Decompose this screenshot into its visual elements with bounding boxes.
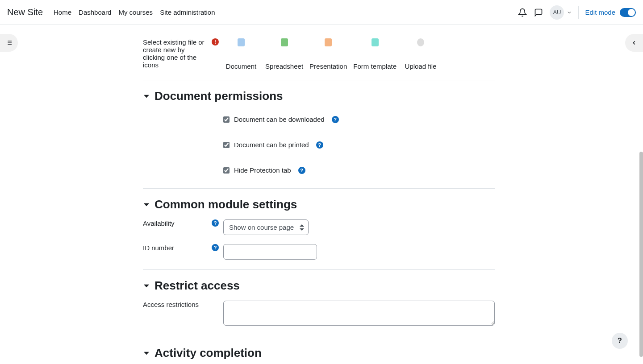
nav-home[interactable]: Home [54, 7, 71, 18]
help-icon[interactable]: ? [316, 141, 323, 149]
protection-label: Hide Protection tab [234, 166, 291, 174]
section-activity-completion[interactable]: Activity completion [143, 343, 495, 364]
divider [578, 6, 579, 19]
availability-row: Availability ? Show on course page [143, 215, 495, 240]
page-header: New Site Home Dashboard My courses Site … [0, 0, 643, 25]
svg-marker-10 [144, 284, 149, 287]
nav-dashboard[interactable]: Dashboard [79, 7, 111, 18]
section-title: Restrict access [154, 279, 240, 293]
file-option-document[interactable]: Document [223, 38, 259, 70]
header-right: AU Edit mode [518, 5, 636, 20]
file-option-label: Form template [353, 62, 397, 70]
document-icon [238, 38, 245, 46]
edit-mode-label: Edit mode [585, 8, 615, 16]
section-title: Document permissions [154, 89, 283, 103]
form-template-icon [372, 38, 379, 46]
file-option-spreadsheet[interactable]: Spreadsheet [265, 38, 303, 70]
chevron-down-icon [143, 282, 150, 290]
availability-select[interactable]: Show on course page [223, 219, 309, 235]
section-title: Common module settings [154, 198, 297, 211]
chevron-down-icon [143, 201, 150, 208]
help-icon[interactable]: ? [332, 116, 339, 123]
chevron-down-icon [143, 350, 150, 357]
edit-mode-control: Edit mode [585, 8, 636, 17]
edit-mode-toggle[interactable] [620, 8, 636, 17]
availability-label: Availability [143, 219, 207, 227]
file-option-label: Document [226, 62, 256, 70]
access-restrictions-textarea[interactable] [223, 301, 495, 326]
download-checkbox[interactable] [223, 116, 230, 123]
file-option-label: Spreadsheet [265, 62, 303, 70]
section-restrict-access[interactable]: Restrict access [143, 275, 495, 296]
divider [143, 337, 495, 337]
id-number-input[interactable] [223, 244, 317, 260]
messages-icon[interactable] [534, 8, 543, 17]
section-document-permissions[interactable]: Document permissions [143, 86, 495, 107]
access-restrictions-row: Access restrictions [143, 296, 495, 331]
help-button[interactable]: ? [612, 333, 628, 349]
chevron-down-icon [567, 10, 572, 15]
print-label: Document can be printed [234, 141, 309, 149]
help-icon[interactable]: ? [212, 219, 219, 227]
divider [143, 188, 495, 189]
required-icon: ! [212, 38, 219, 46]
file-option-upload[interactable]: Upload file [403, 38, 438, 70]
id-number-row: ID number ? [143, 240, 495, 264]
nav-site-admin[interactable]: Site administration [160, 7, 215, 18]
site-name[interactable]: New Site [7, 7, 43, 17]
notifications-icon[interactable] [518, 8, 527, 17]
permission-download-row: Document can be downloaded ? [143, 107, 495, 132]
section-common-module[interactable]: Common module settings [143, 194, 495, 215]
print-checkbox[interactable] [223, 142, 230, 148]
divider [143, 80, 495, 80]
svg-marker-6 [144, 95, 149, 98]
file-option-presentation[interactable]: Presentation [309, 38, 347, 70]
primary-nav: Home Dashboard My courses Site administr… [54, 7, 215, 18]
file-option-label: Presentation [309, 62, 347, 70]
scrollbar[interactable] [639, 152, 643, 357]
file-option-form-template[interactable]: Form template [353, 38, 397, 70]
chevron-down-icon [143, 93, 150, 100]
access-restrictions-label: Access restrictions [143, 301, 219, 308]
user-menu[interactable]: AU [550, 5, 572, 20]
open-block-drawer[interactable] [625, 34, 643, 52]
spreadsheet-icon [281, 38, 288, 46]
download-label: Document can be downloaded [234, 116, 325, 123]
nav-my-courses[interactable]: My courses [118, 7, 153, 18]
permission-protection-row: Hide Protection tab ? [143, 157, 495, 183]
svg-marker-7 [144, 203, 149, 206]
presentation-icon [325, 38, 332, 46]
id-number-label: ID number [143, 244, 207, 252]
help-icon[interactable]: ? [212, 244, 219, 251]
upload-icon [417, 38, 424, 46]
help-icon[interactable]: ? [298, 167, 305, 174]
divider [143, 269, 495, 270]
permission-print-row: Document can be printed ? [143, 132, 495, 157]
file-option-label: Upload file [405, 62, 437, 70]
open-course-index[interactable] [0, 34, 18, 52]
file-type-options: Document Spreadsheet Presentation Form t… [223, 38, 495, 70]
file-select-row: Select existing file or create new by cl… [143, 34, 495, 74]
section-title: Activity completion [154, 346, 262, 360]
main-content: Select existing file or create new by cl… [0, 25, 643, 364]
svg-marker-11 [144, 352, 149, 355]
file-select-label: Select existing file or create new by cl… [143, 38, 207, 69]
protection-checkbox[interactable] [223, 167, 230, 174]
avatar: AU [550, 5, 564, 20]
